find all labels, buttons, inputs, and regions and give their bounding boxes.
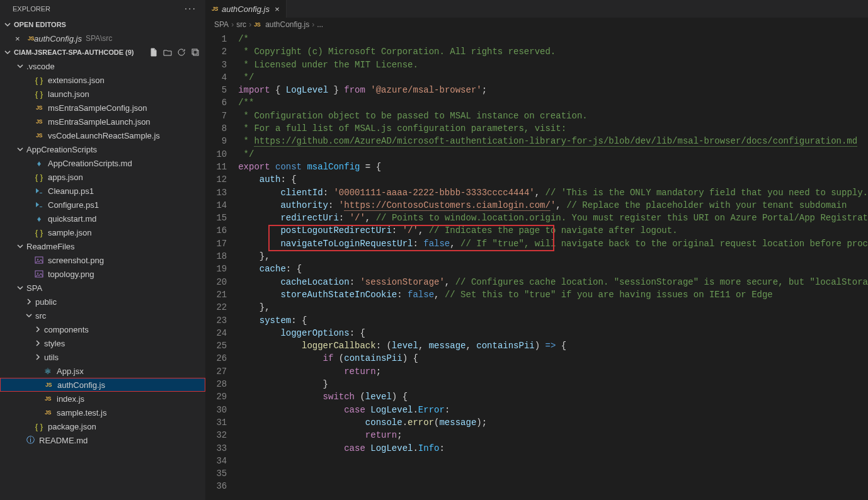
breadcrumb-item[interactable]: src: [236, 20, 246, 29]
file-item[interactable]: ♦AppCreationScripts.md: [0, 156, 205, 170]
folder-item[interactable]: components: [0, 322, 205, 336]
code-line[interactable]: case LogLevel.Info:: [238, 442, 868, 455]
breadcrumb-item[interactable]: authConfig.js: [265, 20, 309, 29]
file-item[interactable]: screenshot.png: [0, 253, 205, 267]
file-item[interactable]: ⚛App.jsx: [0, 364, 205, 378]
file-item[interactable]: topology.png: [0, 267, 205, 281]
code-line[interactable]: cacheLocation: 'sessionStorage', // Conf…: [238, 276, 868, 288]
chevron-right-icon: ›: [231, 20, 234, 29]
new-folder-icon[interactable]: [163, 47, 173, 57]
file-tree: .vscode{ }extensions.json{ }launch.jsonJ…: [0, 59, 205, 447]
folder-item[interactable]: AppCreationScripts: [0, 142, 205, 156]
tree-item-label: launch.json: [48, 89, 89, 99]
code-line[interactable]: navigateToLoginRequestUrl: false, // If …: [238, 237, 868, 250]
code-line[interactable]: /*: [238, 33, 868, 45]
code-line[interactable]: * Licensed under the MIT License.: [238, 59, 868, 71]
code-line[interactable]: export const msalConfig = {: [238, 161, 868, 173]
folder-item[interactable]: public: [0, 295, 205, 309]
collapse-all-icon[interactable]: [190, 47, 200, 57]
chevron-down-icon: [3, 47, 13, 57]
code-line[interactable]: auth: {: [238, 173, 868, 186]
code-line[interactable]: return;: [238, 429, 868, 441]
code-line[interactable]: console.error(message);: [238, 416, 868, 429]
close-icon[interactable]: ×: [15, 34, 25, 43]
js-file-icon: JS: [212, 6, 218, 12]
tree-item-label: package.json: [48, 422, 96, 431]
file-item[interactable]: JSmsEntraSampleConfig.json: [0, 101, 205, 115]
refresh-icon[interactable]: [176, 47, 186, 57]
code-line[interactable]: /**: [238, 96, 868, 109]
code-line[interactable]: * Copyright (c) Microsoft Corporation. A…: [238, 45, 868, 58]
file-item[interactable]: { }sample.json: [0, 225, 205, 239]
tree-item-label: ReadmeFiles: [26, 242, 75, 251]
code-line[interactable]: loggerOptions: {: [238, 327, 868, 339]
code-line[interactable]: authority: 'https://ContosoCustomers.cia…: [238, 199, 868, 212]
tree-item-label: sample.test.js: [57, 408, 106, 418]
file-item[interactable]: Configure.ps1: [0, 198, 205, 212]
open-editor-item[interactable]: × JS authConfig.js SPA\src: [0, 31, 205, 45]
folder-item[interactable]: .vscode: [0, 59, 205, 73]
code-line[interactable]: import { LogLevel } from '@azure/msal-br…: [238, 84, 868, 96]
file-item[interactable]: JSmsEntraSampleLaunch.json: [0, 115, 205, 128]
code-content[interactable]: /* * Copyright (c) Microsoft Corporation…: [238, 31, 868, 500]
folder-item[interactable]: src: [0, 309, 205, 322]
svg-rect-0: [192, 49, 197, 54]
code-line[interactable]: return;: [238, 365, 868, 378]
code-line[interactable]: cache: {: [238, 263, 868, 275]
code-line[interactable]: redirectUri: '/', // Points to window.lo…: [238, 212, 868, 224]
code-line[interactable]: switch (level) {: [238, 390, 868, 403]
file-item[interactable]: { }launch.json: [0, 87, 205, 101]
code-line[interactable]: postLogoutRedirectUri: '/', // Indicates…: [238, 224, 868, 237]
code-line[interactable]: * Configuration object to be passed to M…: [238, 110, 868, 122]
explorer-more-icon[interactable]: ···: [185, 3, 197, 14]
editor-tab[interactable]: JS authConfig.js ×: [205, 0, 287, 18]
file-item[interactable]: JSvsCodeLaunchReactSample.js: [0, 128, 205, 142]
code-line[interactable]: clientId: '00001111-aaaa-2222-bbbb-3333c…: [238, 186, 868, 199]
code-line[interactable]: if (containsPii) {: [238, 352, 868, 365]
tree-item-label: Cleanup.ps1: [48, 186, 94, 196]
breadcrumb-item[interactable]: ...: [317, 20, 323, 29]
tree-item-label: components: [44, 325, 89, 334]
file-item[interactable]: JSindex.js: [0, 392, 205, 406]
tree-item-label: vsCodeLaunchReactSample.js: [48, 131, 160, 140]
code-line[interactable]: },: [238, 301, 868, 314]
breadcrumb-item[interactable]: SPA: [214, 20, 229, 29]
code-line[interactable]: loggerCallback: (level, message, contain…: [238, 339, 868, 352]
svg-point-3: [37, 259, 38, 260]
code-line[interactable]: system: {: [238, 314, 868, 327]
project-name: CIAM-JSREACT-SPA-AUTHCODE (9): [14, 48, 134, 56]
file-item[interactable]: Cleanup.ps1: [0, 184, 205, 198]
open-editors-header[interactable]: OPEN EDITORS: [0, 18, 205, 31]
code-editor[interactable]: 1234567891011121314151617181920212223242…: [205, 31, 868, 500]
explorer-title: EXPLORER: [13, 5, 50, 13]
chevron-right-icon: ›: [249, 20, 251, 29]
tree-item-label: sample.json: [48, 228, 91, 237]
breadcrumb[interactable]: SPA › src › JS authConfig.js › ...: [205, 18, 868, 31]
folder-item[interactable]: SPA: [0, 281, 205, 295]
file-item[interactable]: ⓘREADME.md: [0, 433, 205, 447]
code-line[interactable]: * For a full list of MSAL.js configurati…: [238, 122, 868, 135]
new-file-icon[interactable]: [149, 47, 159, 57]
code-line[interactable]: storeAuthStateInCookie: false, // Set th…: [238, 288, 868, 301]
close-icon[interactable]: ×: [275, 4, 280, 14]
tree-item-label: SPA: [26, 283, 42, 293]
folder-item[interactable]: styles: [0, 336, 205, 350]
js-file-icon: JS: [28, 35, 34, 42]
project-header[interactable]: CIAM-JSREACT-SPA-AUTHCODE (9): [0, 45, 205, 59]
code-line[interactable]: }: [238, 378, 868, 390]
file-item[interactable]: JSsample.test.js: [0, 406, 205, 419]
code-line[interactable]: * https://github.com/AzureAD/microsoft-a…: [238, 135, 868, 147]
code-line[interactable]: */: [238, 71, 868, 84]
code-line[interactable]: */: [238, 148, 868, 161]
file-item[interactable]: ♦quickstart.md: [0, 212, 205, 225]
file-item[interactable]: { }extensions.json: [0, 73, 205, 87]
folder-item[interactable]: utils: [0, 350, 205, 364]
file-item[interactable]: { }package.json: [0, 419, 205, 433]
file-item[interactable]: { }apps.json: [0, 170, 205, 184]
tree-item-label: topology.png: [48, 270, 94, 279]
folder-item[interactable]: ReadmeFiles: [0, 239, 205, 253]
explorer-header: EXPLORER ···: [0, 0, 205, 18]
code-line[interactable]: case LogLevel.Error:: [238, 404, 868, 416]
file-item[interactable]: JSauthConfig.js: [0, 378, 205, 392]
code-line[interactable]: },: [238, 250, 868, 263]
